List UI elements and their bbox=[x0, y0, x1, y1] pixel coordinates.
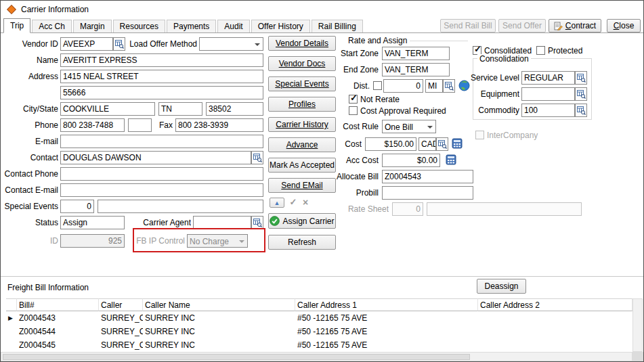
address-input[interactable]: 1415 NEAL STREET bbox=[60, 70, 263, 83]
commodity-lookup-button[interactable] bbox=[575, 104, 587, 117]
column-header-caller-address-2[interactable]: Caller Address 2 bbox=[478, 298, 632, 311]
dist-input[interactable]: 0 bbox=[383, 79, 423, 93]
contact-phone-input[interactable] bbox=[60, 167, 263, 181]
assign-carrier-button[interactable]: Assign Carrier bbox=[268, 213, 336, 229]
caller-address2-cell bbox=[478, 311, 632, 325]
special-events-count-input[interactable]: 0 bbox=[60, 200, 94, 213]
contract-button[interactable]: Contract bbox=[549, 19, 601, 32]
horizontal-scrollbar-thumb[interactable] bbox=[3, 354, 470, 360]
tab-trip[interactable]: Trip bbox=[3, 18, 30, 33]
carrier-agent-lookup-button[interactable] bbox=[251, 216, 263, 229]
address2-input[interactable]: 55666 bbox=[60, 86, 263, 99]
cancel-icon[interactable]: × bbox=[300, 197, 311, 208]
equipment-lookup-button[interactable] bbox=[575, 87, 587, 101]
vendor-details-label: Vendor Details bbox=[276, 39, 328, 48]
caller-cell: SURREY_CU bbox=[99, 338, 143, 352]
zip-input[interactable]: 38502 bbox=[206, 102, 263, 116]
column-header-bill[interactable]: Bill# bbox=[17, 298, 99, 311]
table-row[interactable]: Z0004544 SURREY_CU SURREY INC #50 -12165… bbox=[6, 325, 632, 338]
cost-rule-select[interactable]: One Bill bbox=[382, 120, 436, 133]
confirm-icon[interactable]: ✓ bbox=[288, 197, 299, 208]
send-email-label: Send EMail bbox=[281, 181, 322, 190]
contact-email-input[interactable] bbox=[60, 183, 263, 197]
tab-acc-ch[interactable]: Acc Ch bbox=[32, 20, 72, 32]
email-input[interactable] bbox=[60, 135, 263, 148]
tab-rail-billing[interactable]: Rail Billing bbox=[312, 20, 363, 32]
intercompany-checkbox bbox=[475, 131, 484, 139]
tab-audit[interactable]: Audit bbox=[217, 20, 249, 32]
send-offer-button[interactable]: Send Offer bbox=[498, 19, 546, 32]
deassign-button[interactable]: Deassign bbox=[477, 279, 526, 294]
sort-ascending-button[interactable]: ▲ bbox=[270, 198, 284, 208]
service-level-lookup-button[interactable] bbox=[575, 71, 587, 85]
calculator-icon bbox=[452, 138, 463, 149]
tab-offer-history[interactable]: Offer History bbox=[251, 20, 310, 32]
not-rerate-checkbox[interactable] bbox=[349, 95, 358, 104]
acc-cost-input[interactable]: $0.00 bbox=[382, 154, 440, 167]
vendor-id-lookup-button[interactable] bbox=[113, 37, 125, 51]
cost-calculator-button[interactable] bbox=[452, 138, 464, 150]
contact-lookup-button[interactable] bbox=[251, 151, 263, 164]
column-header-caller-name[interactable]: Caller Name bbox=[143, 298, 295, 311]
horizontal-scrollbar[interactable] bbox=[1, 352, 632, 361]
allocate-bill-input[interactable]: Z0004543 bbox=[382, 170, 473, 183]
dist-unit-input[interactable]: MI bbox=[425, 79, 443, 93]
rate-sheet-desc-input bbox=[427, 202, 582, 216]
calculator-icon bbox=[446, 154, 456, 165]
fax-input[interactable]: 800 238-3939 bbox=[175, 118, 263, 132]
profiles-button[interactable]: Profiles bbox=[268, 97, 336, 112]
caller-name-cell: SURREY INC bbox=[143, 338, 295, 352]
equipment-input[interactable] bbox=[521, 87, 575, 101]
table-row[interactable]: ▶ Z0004543 SURREY_CU SURREY INC #50 -121… bbox=[6, 311, 632, 325]
tab-payments[interactable]: Payments bbox=[167, 20, 216, 32]
tab-margin[interactable]: Margin bbox=[73, 20, 112, 32]
phone-input[interactable]: 800 238-7488 bbox=[60, 118, 125, 132]
carrier-agent-input[interactable] bbox=[193, 216, 251, 229]
protected-checkbox[interactable] bbox=[536, 46, 545, 55]
column-header-caller[interactable]: Caller bbox=[99, 298, 143, 311]
vendor-id-input[interactable]: AVEEXP bbox=[60, 37, 113, 51]
vertical-scrollbar[interactable] bbox=[632, 298, 643, 352]
table-row[interactable]: Z0004545 SURREY_CU SURREY INC #50 -12165… bbox=[6, 338, 632, 352]
probill-input[interactable] bbox=[382, 186, 473, 200]
contact-label: Contact bbox=[2, 151, 58, 164]
rate-and-assign-rule bbox=[410, 41, 468, 41]
tab-resources[interactable]: Resources bbox=[113, 20, 165, 32]
status-input[interactable]: Assign bbox=[60, 216, 125, 229]
cost-input[interactable]: $150.00 bbox=[365, 137, 416, 151]
commodity-input[interactable]: 100 bbox=[521, 104, 575, 117]
mark-as-accepted-label: Mark As Accepted bbox=[270, 160, 335, 170]
contact-input[interactable]: DOUGLAS DAWSON bbox=[60, 151, 251, 164]
start-zone-input[interactable]: VAN_TERM bbox=[382, 47, 450, 60]
cost-currency-lookup-button[interactable] bbox=[436, 137, 448, 151]
special-events-button[interactable]: Special Events bbox=[268, 76, 336, 91]
chevron-down-icon bbox=[255, 43, 260, 46]
end-zone-input[interactable]: VAN_TERM bbox=[382, 63, 450, 76]
intercompany-label: InterCompany bbox=[487, 131, 538, 140]
column-header-caller-address-1[interactable]: Caller Address 1 bbox=[295, 298, 478, 311]
service-level-label: Service Level bbox=[467, 71, 519, 85]
cost-approval-checkbox[interactable] bbox=[349, 106, 358, 115]
window-title: Carrier Information bbox=[21, 5, 89, 14]
dist-checkbox[interactable] bbox=[373, 81, 382, 90]
close-button[interactable]: Close bbox=[607, 19, 641, 32]
phone-label: Phone bbox=[2, 118, 58, 132]
equipment-label: Equipment bbox=[467, 87, 519, 101]
name-input[interactable]: AVERITT EXPRESS bbox=[60, 53, 263, 67]
service-level-input[interactable]: REGULAR bbox=[521, 71, 575, 85]
contact-email-label: Contact E-mail bbox=[2, 183, 58, 197]
caller-address1-cell: #50 -12165 75 AVE bbox=[295, 311, 478, 325]
phone-ext-input[interactable] bbox=[128, 118, 152, 132]
city-input[interactable]: COOKVILLE bbox=[60, 102, 155, 116]
load-offer-method-select[interactable] bbox=[199, 37, 263, 51]
send-rail-bill-button[interactable]: Send Rail Bill bbox=[440, 19, 496, 32]
state-input[interactable]: TN bbox=[158, 102, 202, 116]
refresh-button[interactable]: Refresh bbox=[268, 235, 336, 250]
special-events-text-input[interactable] bbox=[98, 200, 263, 213]
cost-currency-input[interactable]: CAD bbox=[418, 137, 436, 151]
consolidation-title: Consolidation bbox=[477, 54, 531, 64]
rate-sheet-label: Rate Sheet bbox=[335, 202, 389, 216]
acc-cost-calculator-button[interactable] bbox=[446, 154, 458, 166]
status-label: Status bbox=[2, 216, 58, 229]
dist-unit-lookup-button[interactable] bbox=[443, 79, 455, 93]
